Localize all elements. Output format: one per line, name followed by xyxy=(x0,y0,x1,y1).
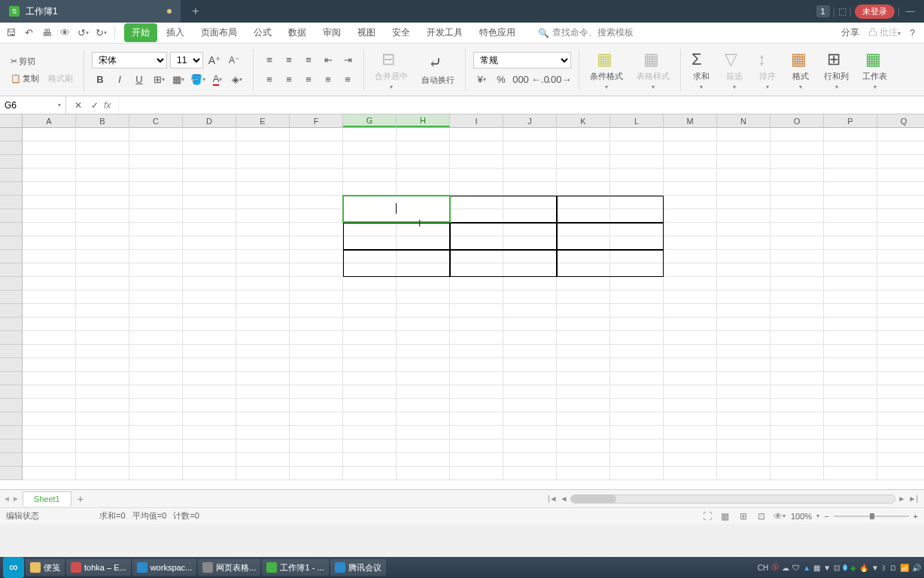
col-header[interactable]: Q xyxy=(877,114,924,127)
cell[interactable] xyxy=(771,467,824,480)
cell[interactable] xyxy=(397,182,450,196)
select-all-corner[interactable] xyxy=(0,114,23,127)
cell[interactable] xyxy=(183,385,236,399)
cell[interactable] xyxy=(557,399,610,412)
cell[interactable] xyxy=(610,345,664,358)
cell[interactable] xyxy=(129,236,183,250)
cell[interactable] xyxy=(557,209,610,223)
cell[interactable] xyxy=(450,169,503,182)
cell[interactable] xyxy=(290,291,343,304)
cell[interactable] xyxy=(717,304,771,318)
cell[interactable] xyxy=(717,331,771,345)
cell[interactable] xyxy=(877,304,924,318)
col-header[interactable]: C xyxy=(129,114,183,127)
cell[interactable] xyxy=(76,318,129,331)
cell[interactable] xyxy=(290,440,343,453)
cell[interactable] xyxy=(183,236,236,250)
cell[interactable] xyxy=(76,141,129,155)
cell[interactable] xyxy=(397,236,450,250)
cell[interactable] xyxy=(183,209,236,223)
cell[interactable] xyxy=(824,263,877,277)
cell[interactable] xyxy=(664,236,717,250)
cell[interactable] xyxy=(397,304,450,318)
cell[interactable] xyxy=(824,209,877,223)
tab-developer[interactable]: 开发工具 xyxy=(419,23,470,42)
cell[interactable] xyxy=(23,263,76,277)
cell[interactable] xyxy=(397,196,450,209)
cell[interactable] xyxy=(717,209,771,223)
system-tray[interactable]: CH Ⓢ ☁ 🛡 ▲ ▦ ▼ ⊡ ⬮ ◈ 🔥 ▼ ᛒ 🗋 📶 🔊 xyxy=(758,562,921,573)
hscroll-left-icon[interactable]: |◄ xyxy=(548,494,558,503)
cell[interactable] xyxy=(290,331,343,345)
cell[interactable] xyxy=(343,141,397,155)
cell[interactable] xyxy=(76,250,129,263)
cell[interactable] xyxy=(877,467,924,480)
cell[interactable] xyxy=(290,182,343,196)
cell[interactable] xyxy=(290,372,343,385)
view-break-icon[interactable]: ⊡ xyxy=(755,510,768,523)
sheet-tab[interactable]: Sheet1 xyxy=(23,491,71,506)
currency-icon[interactable]: ¥▾ xyxy=(473,71,490,88)
cell[interactable] xyxy=(450,467,503,480)
dec-inc-icon[interactable]: ←.0 xyxy=(532,71,549,88)
cell[interactable] xyxy=(610,440,664,453)
align-dist-icon[interactable]: ≡ xyxy=(339,71,356,88)
cell[interactable] xyxy=(397,223,450,236)
cell[interactable] xyxy=(183,358,236,372)
cell[interactable] xyxy=(664,345,717,358)
cell[interactable] xyxy=(290,236,343,250)
cell[interactable] xyxy=(557,385,610,399)
row-header[interactable] xyxy=(0,169,22,182)
tab-security[interactable]: 安全 xyxy=(384,23,418,42)
cell[interactable] xyxy=(129,263,183,277)
cell[interactable] xyxy=(23,250,76,263)
cell[interactable] xyxy=(610,128,664,141)
cell[interactable] xyxy=(23,372,76,385)
cell[interactable] xyxy=(397,426,450,440)
login-button[interactable]: 未登录 xyxy=(855,5,895,19)
redo-icon[interactable]: ↻▾ xyxy=(93,26,108,41)
cell[interactable] xyxy=(503,196,557,209)
cell[interactable] xyxy=(129,385,183,399)
cell[interactable] xyxy=(717,250,771,263)
cell[interactable] xyxy=(76,358,129,372)
row-header[interactable] xyxy=(0,182,22,196)
cell[interactable] xyxy=(664,385,717,399)
cell[interactable] xyxy=(129,453,183,467)
cell[interactable] xyxy=(824,318,877,331)
cell[interactable] xyxy=(450,345,503,358)
print-icon[interactable]: 🖶 xyxy=(39,26,54,41)
cell[interactable] xyxy=(343,263,397,277)
cell[interactable] xyxy=(771,345,824,358)
cell[interactable] xyxy=(610,209,664,223)
taskbar-item[interactable]: 工作簿1 - ... xyxy=(262,559,328,576)
cell[interactable] xyxy=(76,399,129,412)
cell[interactable] xyxy=(236,318,290,331)
cell[interactable] xyxy=(343,318,397,331)
cell[interactable] xyxy=(76,345,129,358)
cell[interactable] xyxy=(771,304,824,318)
cell[interactable] xyxy=(183,128,236,141)
row-header[interactable] xyxy=(0,453,22,467)
cell[interactable] xyxy=(877,277,924,291)
cell[interactable] xyxy=(23,345,76,358)
cell[interactable] xyxy=(236,399,290,412)
share-button[interactable]: 分享 xyxy=(841,26,859,39)
cell[interactable] xyxy=(557,128,610,141)
cell[interactable] xyxy=(76,304,129,318)
cell[interactable] xyxy=(450,318,503,331)
cell[interactable] xyxy=(236,263,290,277)
row-header[interactable] xyxy=(0,412,22,426)
cell[interactable] xyxy=(183,196,236,209)
cell[interactable] xyxy=(343,440,397,453)
cell[interactable] xyxy=(183,182,236,196)
tray-icon[interactable]: ▲ xyxy=(803,564,810,572)
col-header[interactable]: K xyxy=(557,114,610,127)
cell[interactable] xyxy=(771,372,824,385)
cell[interactable] xyxy=(183,318,236,331)
hscroll-right-icon[interactable]: ►| xyxy=(909,494,919,503)
row-header[interactable] xyxy=(0,345,22,358)
cell[interactable] xyxy=(343,331,397,345)
cell[interactable] xyxy=(450,196,503,209)
cell[interactable] xyxy=(877,291,924,304)
